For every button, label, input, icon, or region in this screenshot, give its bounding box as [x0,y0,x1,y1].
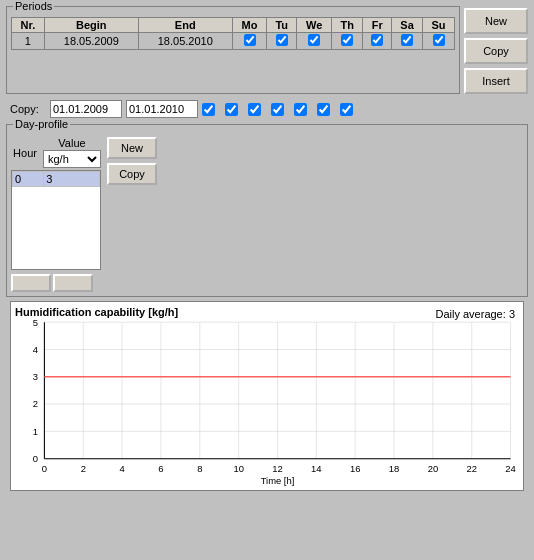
svg-text:18: 18 [389,463,400,474]
chart-area: 0 1 2 3 4 5 0 2 4 6 8 10 12 14 16 18 20 … [15,318,519,486]
col-sa: Sa [392,18,423,33]
svg-text:6: 6 [158,463,163,474]
dp-btn-2[interactable] [53,274,93,292]
new-button[interactable]: New [464,8,528,34]
col-end: End [138,18,232,33]
insert-button[interactable]: Insert [464,68,528,94]
copy-mo-checkbox[interactable] [202,103,215,116]
dp-new-button[interactable]: New [107,137,157,159]
chart-container: Humidification capability [kg/h] Daily a… [10,301,524,491]
cell-sa[interactable] [392,33,423,50]
cell-end: 18.05.2010 [138,33,232,50]
cell-we[interactable] [297,33,332,50]
svg-text:8: 8 [197,463,202,474]
th-checkbox[interactable] [341,34,353,46]
cell-su[interactable] [423,33,455,50]
copy-row: Copy: [6,98,528,120]
svg-text:22: 22 [467,463,478,474]
col-tu: Tu [267,18,297,33]
cell-tu[interactable] [267,33,297,50]
sa-checkbox[interactable] [401,34,413,46]
col-fr: Fr [363,18,392,33]
hour-col-label: Hour [11,147,39,159]
svg-text:24: 24 [505,463,515,474]
col-nr: Nr. [12,18,45,33]
right-buttons: New Copy Insert [464,6,528,94]
value-header: Value kg/h g/h l/h [43,137,101,168]
copy-su-checkbox[interactable] [340,103,353,116]
col-we: We [297,18,332,33]
mo-checkbox[interactable] [244,34,256,46]
copy-th-checkbox[interactable] [271,103,284,116]
value-col-label: Value [43,137,101,149]
periods-label: Periods [13,0,54,12]
dp-bottom-buttons [11,274,101,292]
col-su: Su [423,18,455,33]
dp-cell-value[interactable]: 3 [44,172,100,187]
col-mo: Mo [232,18,267,33]
svg-text:12: 12 [272,463,283,474]
cell-mo[interactable] [232,33,267,50]
day-profile-label: Day-profile [13,118,70,130]
periods-group: Periods Nr. Begin End Mo Tu We Th Fr Sa … [6,6,460,94]
copy-sa-checkbox[interactable] [317,103,330,116]
svg-text:4: 4 [119,463,124,474]
dp-cell-hour[interactable]: 0 [13,172,44,187]
copy-date-from[interactable] [50,100,122,118]
tu-checkbox[interactable] [276,34,288,46]
svg-text:2: 2 [33,398,38,409]
svg-text:2: 2 [81,463,86,474]
chart-title: Humidification capability [kg/h] [15,306,178,318]
copy-button[interactable]: Copy [464,38,528,64]
copy-fr-checkbox[interactable] [294,103,307,116]
fr-checkbox[interactable] [371,34,383,46]
svg-text:16: 16 [350,463,361,474]
table-row: 1 18.05.2009 18.05.2010 [12,33,455,50]
copy-date-to[interactable] [126,100,198,118]
cell-begin: 18.05.2009 [44,33,138,50]
dp-row: 0 3 [13,172,100,187]
periods-table: Nr. Begin End Mo Tu We Th Fr Sa Su 1 18.… [11,17,455,50]
chart-svg: 0 1 2 3 4 5 0 2 4 6 8 10 12 14 16 18 20 … [15,318,519,486]
copy-checkboxes [202,103,353,116]
day-profile-grid: 0 3 [11,170,101,270]
svg-text:14: 14 [311,463,322,474]
cell-nr: 1 [12,33,45,50]
svg-text:20: 20 [428,463,439,474]
svg-text:0: 0 [33,453,38,464]
we-checkbox[interactable] [308,34,320,46]
svg-text:0: 0 [42,463,47,474]
svg-text:3: 3 [33,371,38,382]
day-profile-group: Day-profile Hour Value kg/h g/h l/h [6,124,528,297]
dp-btn-1[interactable] [11,274,51,292]
svg-text:1: 1 [33,426,38,437]
day-profile-left: Hour Value kg/h g/h l/h 0 3 [11,137,101,292]
dp-copy-button[interactable]: Copy [107,163,157,185]
su-checkbox[interactable] [433,34,445,46]
copy-row-label: Copy: [10,103,46,115]
unit-select[interactable]: kg/h g/h l/h [43,150,101,168]
copy-tu-checkbox[interactable] [225,103,238,116]
col-begin: Begin [44,18,138,33]
svg-text:4: 4 [33,344,38,355]
cell-th[interactable] [332,33,363,50]
col-th: Th [332,18,363,33]
svg-text:10: 10 [233,463,244,474]
day-profile-right-buttons: New Copy [107,137,157,292]
svg-text:Time [h]: Time [h] [261,475,295,486]
svg-text:5: 5 [33,318,38,328]
copy-we-checkbox[interactable] [248,103,261,116]
cell-fr[interactable] [363,33,392,50]
